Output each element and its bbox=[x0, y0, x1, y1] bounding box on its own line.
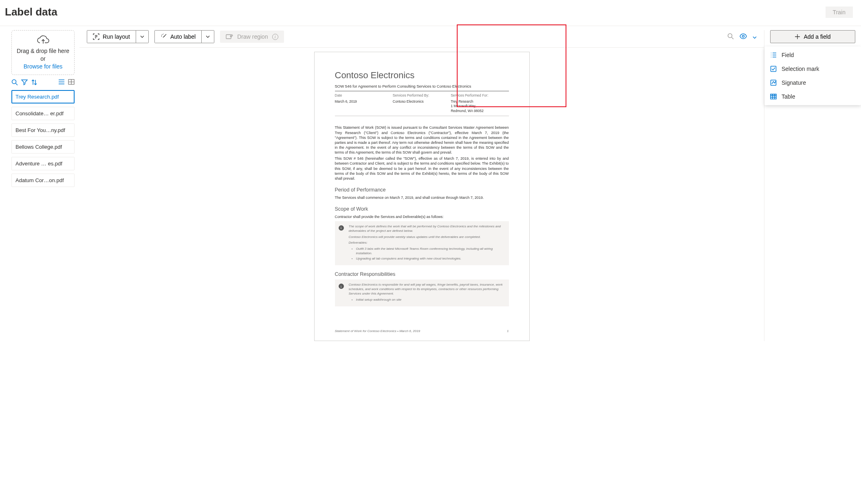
run-layout-label: Run layout bbox=[103, 33, 130, 40]
field-icon bbox=[770, 52, 777, 58]
toolbar-divider bbox=[79, 47, 764, 48]
dropdown-item-selection-mark[interactable]: Selection mark bbox=[764, 62, 861, 76]
chevron-down-icon bbox=[753, 36, 757, 39]
file-list: Trey Research.pdf Consolidate… er.pdf Be… bbox=[11, 90, 75, 187]
search-icon[interactable] bbox=[727, 33, 734, 41]
svg-rect-5 bbox=[771, 66, 776, 72]
browse-files-link[interactable]: Browse for files bbox=[24, 63, 63, 70]
content-area: Run layout Auto label Draw region i bbox=[79, 30, 764, 341]
run-layout-button[interactable]: Run layout bbox=[87, 31, 136, 43]
list-view-icon[interactable] bbox=[58, 79, 65, 87]
svg-point-0 bbox=[12, 79, 16, 84]
draw-region-icon bbox=[226, 33, 233, 40]
doc-meta: DateMarch 6, 2019 Services Performed By:… bbox=[335, 93, 509, 114]
doc-title: Contoso Electronics bbox=[335, 69, 509, 81]
run-layout-caret[interactable] bbox=[136, 31, 148, 43]
file-item[interactable]: Adventure … es.pdf bbox=[11, 157, 75, 170]
auto-label-label: Auto label bbox=[170, 33, 196, 40]
visibility-icon[interactable] bbox=[740, 33, 747, 40]
file-item[interactable]: Bellows College.pdf bbox=[11, 140, 75, 154]
file-item[interactable]: Consolidate… er.pdf bbox=[11, 107, 75, 120]
svg-point-4 bbox=[742, 35, 744, 37]
fields-panel: Add a field Field Selection mark Signatu… bbox=[764, 30, 861, 341]
files-sidebar: Drag & drop file here or Browse for file… bbox=[0, 30, 79, 341]
page-title: Label data bbox=[5, 6, 57, 18]
dropdown-item-signature[interactable]: Signature bbox=[764, 76, 861, 90]
content-toolbar: Run layout Auto label Draw region i bbox=[79, 30, 764, 47]
chevron-down-icon bbox=[140, 35, 144, 38]
file-item[interactable]: Best For You…ny.pdf bbox=[11, 123, 75, 137]
sidebar-tools bbox=[11, 79, 75, 87]
dropdown-item-table[interactable]: Table bbox=[764, 90, 861, 103]
add-field-button[interactable]: Add a field bbox=[770, 30, 855, 43]
svg-point-3 bbox=[728, 33, 732, 37]
run-layout-split: Run layout bbox=[87, 30, 149, 43]
draw-region-button: Draw region i bbox=[220, 31, 284, 43]
add-field-dropdown: Field Selection mark Signature Table bbox=[764, 46, 861, 105]
document-preview[interactable]: Contoso Electronics SOW 546 for Agreemen… bbox=[314, 52, 530, 341]
grid-view-icon[interactable] bbox=[68, 79, 75, 87]
auto-label-split: Auto label bbox=[154, 30, 214, 43]
svg-rect-6 bbox=[771, 80, 776, 86]
filter-icon[interactable] bbox=[21, 79, 28, 87]
cloud-upload-icon bbox=[37, 35, 50, 44]
scope-callout: i The scope of work defines the work tha… bbox=[335, 221, 509, 265]
file-item[interactable]: Trey Research.pdf bbox=[11, 90, 75, 103]
scan-icon bbox=[93, 33, 99, 40]
chevron-down-icon bbox=[206, 35, 210, 38]
info-icon: i bbox=[272, 34, 278, 40]
auto-label-caret[interactable] bbox=[201, 31, 214, 43]
add-field-label: Add a field bbox=[804, 33, 830, 40]
sort-icon[interactable] bbox=[31, 79, 37, 87]
svg-rect-8 bbox=[771, 94, 776, 96]
table-icon bbox=[770, 94, 777, 99]
magic-wand-icon bbox=[161, 33, 167, 40]
visibility-caret[interactable] bbox=[753, 33, 757, 40]
auto-label-button[interactable]: Auto label bbox=[155, 31, 201, 43]
file-item[interactable]: Adatum Cor…on.pdf bbox=[11, 174, 75, 187]
resp-callout: i Contoso Electronics is responsible for… bbox=[335, 280, 509, 306]
signature-icon bbox=[770, 79, 777, 86]
file-dropzone[interactable]: Drag & drop file here or Browse for file… bbox=[11, 30, 75, 75]
plus-icon bbox=[795, 34, 800, 40]
train-button[interactable]: Train bbox=[826, 7, 853, 18]
dropzone-text: Drag & drop file here or bbox=[17, 48, 69, 62]
selection-mark-icon bbox=[770, 66, 777, 72]
dropdown-item-field[interactable]: Field bbox=[764, 48, 861, 62]
doc-subtitle: SOW 546 for Agreement to Perform Consult… bbox=[335, 84, 509, 89]
draw-region-label: Draw region bbox=[237, 33, 268, 40]
search-icon[interactable] bbox=[11, 79, 18, 87]
page-header: Label data Train bbox=[0, 0, 861, 26]
